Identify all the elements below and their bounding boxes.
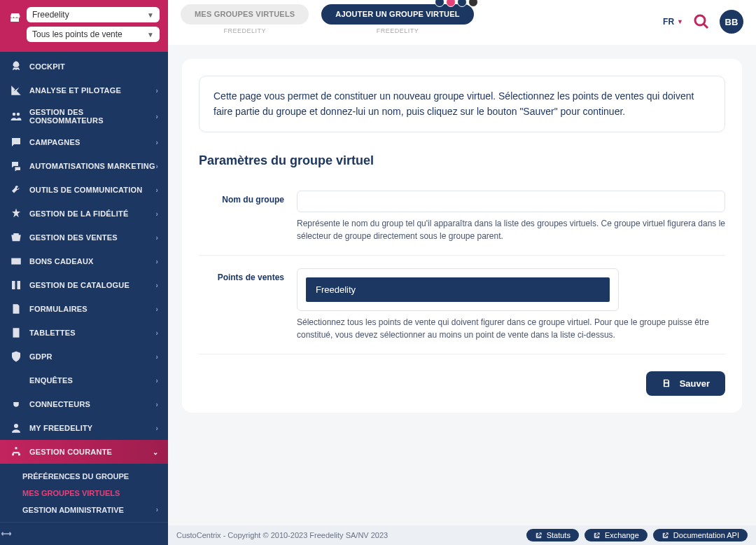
tablet-icon <box>10 326 22 339</box>
chevron-down-icon: ▼ <box>147 31 154 39</box>
subnav-item-mes-groupes-virtuels[interactable]: MES GROUPES VIRTUELS <box>0 485 168 502</box>
group-name-input[interactable] <box>297 191 725 212</box>
sidebar-collapse-toggle[interactable] <box>0 522 168 545</box>
nav-item-connecteurs[interactable]: Connecteurs› <box>0 392 168 416</box>
badge-dot-icon[interactable] <box>435 0 444 7</box>
sitemap-icon <box>10 446 22 458</box>
nav-item-gestion-de-la-fid-lit-[interactable]: Gestion de la fidélité› <box>0 202 168 226</box>
name-helper-text: Représente le nom du group tel qu'il app… <box>297 218 725 242</box>
pos-option-label: Freedelity <box>316 284 356 295</box>
language-selector[interactable]: FR ▼ <box>663 17 683 27</box>
chart-icon <box>10 84 22 97</box>
form-row-name: Nom du groupe Représente le nom du group… <box>199 178 725 256</box>
chevron-right-icon: › <box>155 329 158 337</box>
chevron-right-icon: › <box>155 87 158 95</box>
group-selector-label: Freedelity <box>32 10 69 20</box>
save-button[interactable]: Sauver <box>646 371 725 396</box>
pos-list-box[interactable]: Freedelity <box>297 268 619 311</box>
nav-item-gestion-des-ventes[interactable]: Gestion des ventes› <box>0 226 168 249</box>
name-label: Nom du groupe <box>199 191 297 242</box>
nav-item-formulaires[interactable]: Formulaires› <box>0 297 168 321</box>
footer-link-label: Documentation API <box>673 531 739 539</box>
users-icon <box>10 110 22 123</box>
form-icon <box>10 303 22 315</box>
nav-item-gestion-des-consommateurs[interactable]: Gestion des consommateurs› <box>0 102 168 130</box>
chevron-right-icon: › <box>155 305 158 313</box>
pos-label: Points de ventes <box>199 268 297 341</box>
external-link-icon <box>662 532 669 539</box>
tools-icon <box>10 184 22 196</box>
tab-title: MES GROUPES VIRTUELS <box>195 10 295 18</box>
subnav-item-gestion-administrative[interactable]: GESTION ADMINISTRATIVE› <box>0 502 168 518</box>
nav-item-bons-cadeaux[interactable]: Bons cadeaux› <box>0 249 168 273</box>
nav-item-enqu-tes[interactable]: Enquêtes› <box>0 368 168 392</box>
nav-item-gestion-courante[interactable]: Gestion courante⌄ <box>0 440 168 464</box>
store-icon <box>8 11 21 24</box>
badge-heart-icon[interactable] <box>446 0 456 7</box>
nav-item-gestion-de-catalogue[interactable]: Gestion de catalogue› <box>0 273 168 297</box>
nav-item-my-freedelity[interactable]: My Freedelity› <box>0 416 168 440</box>
nav-item-label: Automatisations marketing <box>29 162 155 170</box>
rocket-icon <box>10 60 22 73</box>
search-icon[interactable] <box>693 13 710 30</box>
pos-selector-label: Tous les points de vente <box>32 29 122 39</box>
chevron-right-icon: › <box>155 210 158 218</box>
footer-link-documentation-api[interactable]: Documentation API <box>653 529 748 541</box>
footer-link-label: Exchange <box>605 531 639 539</box>
main-content: Cette page vous permet de constituer un … <box>168 45 756 525</box>
nav-item-tablettes[interactable]: Tablettes› <box>0 321 168 345</box>
chevron-right-icon: › <box>155 113 158 120</box>
nav-item-label: Cockpit <box>29 62 158 71</box>
intro-text: Cette page vous permet de constituer un … <box>199 76 725 132</box>
chevron-right-icon: › <box>155 139 158 146</box>
gdpr-icon <box>10 350 22 363</box>
nav-item-label: GDPR <box>29 352 155 361</box>
footer-link-statuts[interactable]: Statuts <box>526 529 579 541</box>
chevron-right-icon: › <box>155 163 158 170</box>
breadcrumb-tabs: MES GROUPES VIRTUELS FREEDELITY AJOUTER … <box>181 0 474 34</box>
save-icon <box>662 378 671 388</box>
tab-close-icon[interactable] <box>468 0 478 7</box>
sidebar-selector-area: Freedelity ▼ Tous les points de vente ▼ <box>0 0 168 52</box>
chat-icon <box>10 136 22 149</box>
nav-item-analyse-et-pilotage[interactable]: Analyse et pilotage› <box>0 78 168 102</box>
survey-icon <box>10 374 22 387</box>
content-card: Cette page vous permet de constituer un … <box>182 59 742 413</box>
nav-item-label: Formulaires <box>29 305 155 313</box>
nav-item-label: Gestion de la fidélité <box>29 209 155 218</box>
pos-selector[interactable]: Tous les points de vente ▼ <box>27 27 160 42</box>
footer-link-label: Statuts <box>547 531 570 539</box>
footer-link-exchange[interactable]: Exchange <box>584 529 648 541</box>
nav-item-cockpit[interactable]: Cockpit <box>0 55 168 78</box>
nav-item-label: Outils de communication <box>29 186 155 194</box>
language-label: FR <box>663 17 674 27</box>
subnav-item-label: PRÉFÉRENCES DU GROUPE <box>22 472 129 481</box>
tab-mes-groupes-virtuels[interactable]: MES GROUPES VIRTUELS FREEDELITY <box>181 4 309 34</box>
chevron-right-icon: ⌄ <box>153 448 158 456</box>
avatar-initials: BB <box>725 17 738 27</box>
badge-ellipsis-icon[interactable] <box>457 0 467 7</box>
tab-subtitle: FREEDELITY <box>223 27 266 34</box>
pos-option-freedelity[interactable]: Freedelity <box>306 277 610 302</box>
caret-down-icon: ▼ <box>677 18 683 25</box>
nav-item-label: Enquêtes <box>29 376 155 385</box>
nav-item-label: My Freedelity <box>29 424 155 432</box>
sidebar: Freedelity ▼ Tous les points de vente ▼ … <box>0 0 168 545</box>
form-row-pos: Points de ventes Freedelity Sélectionnez… <box>199 256 725 354</box>
chevron-right-icon: › <box>155 425 158 432</box>
sales-icon <box>10 231 22 244</box>
tab-ajouter-groupe-virtuel[interactable]: AJOUTER UN GROUPE VIRTUEL FREEDELITY <box>321 4 473 34</box>
chevron-right-icon: › <box>155 353 158 361</box>
giftcard-icon <box>10 255 22 268</box>
user-avatar[interactable]: BB <box>720 10 743 34</box>
loyalty-icon <box>10 207 22 220</box>
nav-item-outils-de-communication[interactable]: Outils de communication› <box>0 178 168 202</box>
group-selector[interactable]: Freedelity ▼ <box>27 7 160 22</box>
nav-item-label: Tablettes <box>29 329 155 337</box>
nav-item-gdpr[interactable]: GDPR› <box>0 345 168 368</box>
chevron-right-icon: › <box>155 234 158 242</box>
subnav-item-pr-f-rences-du-groupe[interactable]: PRÉFÉRENCES DU GROUPE <box>0 468 168 485</box>
nav-item-automatisations-marketing[interactable]: Automatisations marketing› <box>0 154 168 178</box>
bubbles-icon <box>10 160 22 172</box>
nav-item-campagnes[interactable]: Campagnes› <box>0 130 168 154</box>
